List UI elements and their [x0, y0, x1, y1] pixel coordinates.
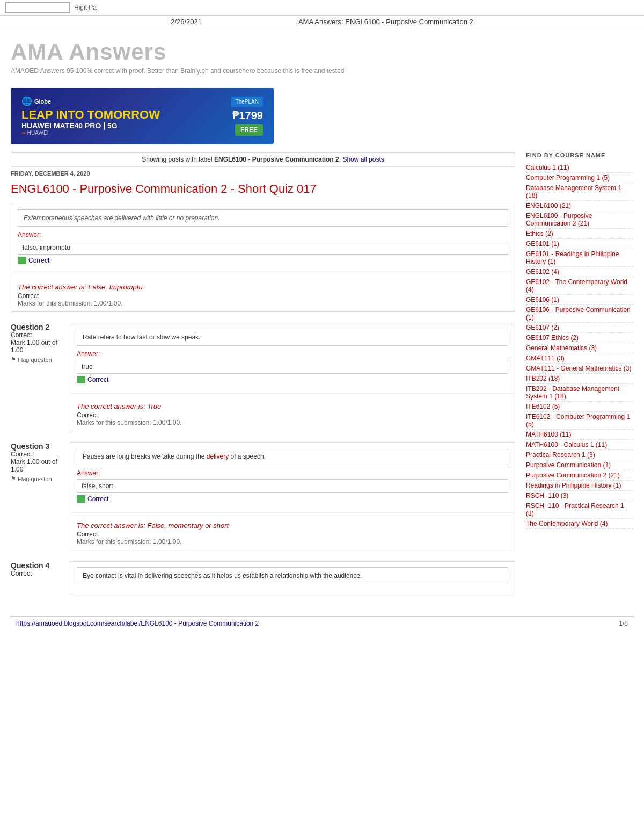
q4-inner: Eye contact is vital in delivering speec… — [70, 561, 515, 594]
browser-title: 2/26/2021 AMA Answers: ENGL6100 - Purpos… — [0, 16, 644, 28]
sidebar-link-ge6102-world[interactable]: GE6102 - The Contemporary World (4) — [526, 277, 633, 295]
q2-answer-label: Answer: — [77, 350, 508, 358]
sidebar-link-general-math[interactable]: General Mathematics (3) — [526, 343, 633, 353]
sidebar-link-ge6107-ethics[interactable]: GE6107 Ethics (2) — [526, 333, 633, 343]
sidebar-link-engl6100-purcom2[interactable]: ENGL6100 - Purposive Communication 2 (21… — [526, 211, 633, 229]
top-bar: Higit Pa — [0, 0, 644, 16]
q3-correct-answer: The correct answer is: False, momentary … — [77, 521, 508, 530]
show-all-posts-link[interactable]: Show all posts — [342, 156, 384, 163]
q1-answer-label: Answer: — [18, 231, 508, 238]
q2-correct-section: The correct answer is: True Correct Mark… — [70, 398, 515, 431]
sidebar-link-gmat111-genmath[interactable]: GMAT111 - General Mathematics (3) — [526, 364, 633, 374]
q3-correct-link[interactable]: Correct — [87, 495, 108, 503]
sidebar: FIND BY COURSE NAME Calculus 1 (11) Comp… — [526, 152, 633, 605]
sidebar-link-ge6106-purcom[interactable]: GE6106 - Purposive Communication (1) — [526, 305, 633, 323]
sidebar-link-ite6102[interactable]: ITE6102 (5) — [526, 402, 633, 412]
label-bar: Showing posts with label ENGL6100 - Purp… — [11, 152, 515, 167]
q3-answer-label: Answer: — [77, 469, 508, 477]
ad-huawei-logo: ❧ HUAWEI — [21, 130, 231, 136]
sidebar-link-dbms1[interactable]: Database Management System 1 (18) — [526, 183, 633, 201]
q4-content: Eye contact is vital in delivering speec… — [70, 561, 515, 594]
q3-correct-word: Correct — [77, 531, 508, 538]
sidebar-link-ge6102[interactable]: GE6102 (4) — [526, 267, 633, 277]
ad-free-badge: FREE — [235, 124, 263, 136]
sidebar-links: Calculus 1 (11) Computer Programming 1 (… — [526, 163, 633, 529]
sidebar-link-math6100-calculus[interactable]: MATH6100 - Calculus 1 (11) — [526, 440, 633, 450]
check-icon-2 — [77, 376, 85, 383]
q3-text-part2: of a speech. — [231, 453, 266, 460]
q2-num: Question 2 — [11, 323, 64, 331]
bottom-bar: https://amauoed.blogspot.com/search/labe… — [11, 616, 633, 630]
sidebar-link-rsch110[interactable]: RSCH -110 (3) — [526, 491, 633, 501]
site-subtitle: AMAOED Answers 95-100% correct with proo… — [11, 67, 633, 75]
sidebar-link-ite6102-comprog[interactable]: ITE6102 - Computer Programming 1 (5) — [526, 412, 633, 430]
sidebar-link-itb202-dbms[interactable]: ITB202 - Database Management System 1 (1… — [526, 384, 633, 402]
sidebar-link-purposive-comm[interactable]: Purposive Communication (1) — [526, 460, 633, 470]
q1-correct-section: The correct answer is: False, Impromptu … — [11, 279, 515, 311]
q3-flag[interactable]: ⚑ Flag questbn — [11, 475, 64, 482]
q2-marks-submission: Marks for this submission: 1.00/1.00. — [77, 419, 508, 426]
browser-date: 2/26/2021 — [171, 18, 202, 26]
q1-correct-answer: The correct answer is: False, Impromptu — [18, 283, 508, 291]
sidebar-link-ge6101[interactable]: GE6101 (1) — [526, 239, 633, 249]
q2-meta: Question 2 Correct Mark 1.00 out of 1.00… — [11, 323, 64, 431]
ad-sub-text: HUAWEI MATE40 PRO | 5G — [21, 121, 231, 130]
sidebar-link-practical-research[interactable]: Practical Research 1 (3) — [526, 450, 633, 460]
q2-correct-link[interactable]: Correct — [87, 376, 108, 383]
higit-pa-label: Higit Pa — [74, 4, 97, 11]
sidebar-link-rsch110-practical[interactable]: RSCH -110 - Practical Research 1 (3) — [526, 501, 633, 519]
sidebar-link-itb202[interactable]: ITB202 (18) — [526, 374, 633, 384]
q2-correct-word: Correct — [77, 411, 508, 419]
sidebar-link-math6100[interactable]: MATH6100 (11) — [526, 430, 633, 440]
label-bar-text: Showing posts with label — [142, 156, 212, 163]
flag-icon: ⚑ — [11, 356, 16, 363]
q4-text-content: Eye contact is vital in delivering speec… — [70, 562, 515, 594]
q4-num: Question 4 — [11, 561, 64, 570]
q3-answer-value: false, short — [77, 479, 508, 493]
ad-plan-label: ThePLAN — [231, 97, 263, 107]
q3-text: Pauses are long breaks we take during th… — [77, 448, 508, 465]
question-2-block: Question 2 Correct Mark 1.00 out of 1.00… — [11, 323, 515, 431]
sidebar-link-ge6101-readings[interactable]: GE6101 - Readings in Philippine History … — [526, 249, 633, 267]
sidebar-link-engl6100[interactable]: ENGL6100 (21) — [526, 201, 633, 211]
q3-flag-label: Flag questbn — [18, 476, 52, 482]
q1-correct-link[interactable]: Correct — [28, 257, 49, 264]
search-input[interactable] — [5, 2, 70, 13]
q3-marks-submission: Marks for this submission: 1.00/1.00. — [77, 538, 508, 546]
sidebar-link-gmat111[interactable]: GMAT111 (3) — [526, 353, 633, 364]
q1-correct-word: Correct — [18, 292, 508, 300]
sidebar-title: FIND BY COURSE NAME — [526, 152, 633, 158]
bottom-page-num: 1/8 — [619, 620, 628, 627]
sidebar-link-readings-ph-history[interactable]: Readings in Philippine History (1) — [526, 481, 633, 491]
sidebar-link-ethics[interactable]: Ethics (2) — [526, 229, 633, 239]
post-title[interactable]: ENGL6100 - Purposive Communication 2 - S… — [11, 182, 515, 196]
main-content: Showing posts with label ENGL6100 - Purp… — [11, 152, 515, 605]
sidebar-link-computer-programming[interactable]: Computer Programming 1 (5) — [526, 173, 633, 183]
q2-status: Correct — [11, 331, 64, 339]
q3-marks: Mark 1.00 out of 1.00 — [11, 458, 64, 473]
q3-inner: Pauses are long breaks we take during th… — [70, 442, 515, 550]
q2-answer-value: true — [77, 360, 508, 374]
sidebar-link-ge6106[interactable]: GE6106 (1) — [526, 295, 633, 305]
q3-num: Question 3 — [11, 442, 64, 451]
q3-text-part1: Pauses are long breaks we take during th… — [83, 453, 207, 460]
sidebar-link-purposive-comm2[interactable]: Purposive Communication 2 (21) — [526, 470, 633, 481]
ad-globe-logo: 🌐 Globe — [21, 96, 231, 106]
question-3-block: Question 3 Correct Mark 1.00 out of 1.00… — [11, 442, 515, 550]
question-4-block: Question 4 Correct Eye contact is vital … — [11, 561, 515, 594]
q3-highlight: delivery — [207, 453, 229, 460]
q2-flag[interactable]: ⚑ Flag questbn — [11, 356, 64, 363]
q3-status: Correct — [11, 451, 64, 458]
q2-flag-label: Flag questbn — [18, 357, 52, 363]
browser-page-title: AMA Answers: ENGL6100 - Purposive Commun… — [298, 18, 473, 26]
sidebar-link-ge6107[interactable]: GE6107 (2) — [526, 323, 633, 333]
q3-meta: Question 3 Correct Mark 1.00 out of 1.00… — [11, 442, 64, 550]
q2-text: Rate refers to how fast or slow we speak… — [77, 329, 508, 346]
bottom-url[interactable]: https://amauoed.blogspot.com/search/labe… — [16, 620, 259, 627]
question-1-text: Extemporaneous speeches are delivered wi… — [18, 209, 508, 227]
sidebar-link-calculus1[interactable]: Calculus 1 (11) — [526, 163, 633, 173]
q2-correct-answer: The correct answer is: True — [77, 402, 508, 410]
q1-answer-value: false, impromptu — [18, 241, 508, 255]
q3-correct-icon: Correct — [77, 495, 508, 503]
sidebar-link-contemporary-world[interactable]: The Contemporary World (4) — [526, 519, 633, 529]
